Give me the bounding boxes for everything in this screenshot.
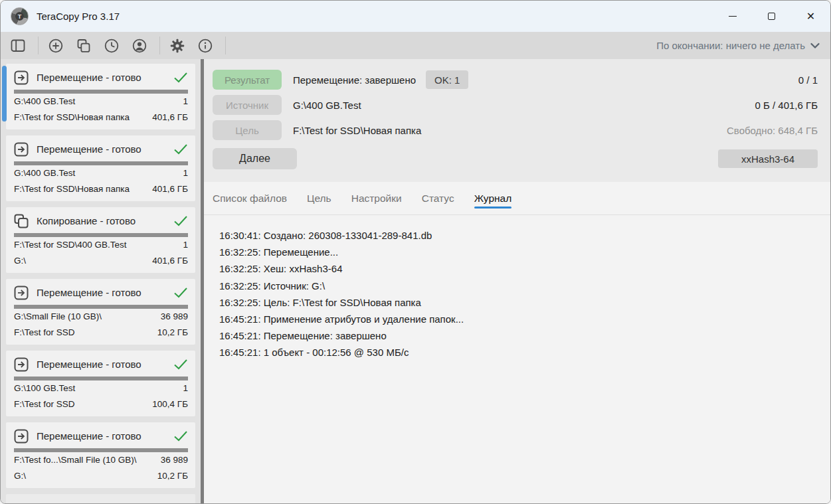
panel-toggle-icon bbox=[10, 38, 26, 54]
task-file-count: 36 989 bbox=[161, 309, 188, 325]
tab-journal[interactable]: Журнал bbox=[474, 182, 512, 214]
on-finish-dropdown[interactable]: По окончании: ничего не делать bbox=[656, 40, 820, 51]
task-source-path: G:\Small File (10 GB)\ bbox=[14, 309, 102, 325]
success-check-icon bbox=[173, 287, 188, 298]
close-icon: ✕ bbox=[806, 11, 815, 22]
window-title: TeraCopy Pro 3.17 bbox=[37, 11, 120, 22]
move-task-icon bbox=[14, 429, 29, 444]
task-source-path: G:\100 GB.Test bbox=[14, 380, 75, 396]
copy-task-button[interactable] bbox=[76, 38, 92, 54]
task-target-path: G:\ bbox=[14, 253, 26, 269]
success-check-icon bbox=[173, 215, 188, 226]
task-title: Копирование - готово bbox=[37, 215, 136, 226]
task-list: Перемещение - готово G:\400 GB.Test1 F:\… bbox=[1, 59, 201, 504]
settings-gear-icon bbox=[169, 38, 185, 54]
minimize-icon bbox=[729, 16, 737, 17]
task-card[interactable]: Перемещение - готово F:\Test fo...\Small… bbox=[6, 422, 195, 488]
task-title: Перемещение - готово bbox=[37, 143, 141, 155]
task-title: Перемещение - готово bbox=[37, 72, 141, 83]
account-icon bbox=[132, 38, 147, 54]
partial-task-card[interactable] bbox=[6, 494, 195, 504]
task-source-path: G:\400 GB.Test bbox=[14, 165, 75, 181]
source-button[interactable]: Источник bbox=[213, 95, 282, 115]
task-card[interactable]: Перемещение - готово G:\100 GB.Test1 F:\… bbox=[6, 351, 195, 416]
window-controls: ✕ bbox=[713, 1, 830, 32]
task-card[interactable]: Перемещение - готово G:\Small File (10 G… bbox=[6, 279, 195, 345]
task-size: 100,4 ГБ bbox=[152, 396, 188, 412]
task-size: 401,6 ГБ bbox=[152, 253, 188, 269]
on-finish-label: По окончании: ничего не делать bbox=[656, 40, 805, 51]
task-source-path: F:\Test for SSD\400 GB.Test bbox=[14, 237, 127, 253]
tab-bar: Список файлов Цель Настройки Статус Журн… bbox=[204, 182, 830, 215]
toolbar: По окончании: ничего не делать bbox=[1, 32, 830, 59]
tab-file-list[interactable]: Список файлов bbox=[213, 182, 287, 214]
selected-task-indicator bbox=[2, 66, 7, 122]
app-logo-icon: T bbox=[11, 7, 29, 25]
target-path: F:\Test for SSD\Новая папка bbox=[293, 125, 421, 136]
task-file-count: 1 bbox=[183, 165, 188, 181]
task-size: 10,2 ГБ bbox=[157, 325, 188, 341]
tab-status[interactable]: Статус bbox=[422, 182, 454, 214]
free-space: Свободно: 648,4 ГБ bbox=[727, 125, 818, 136]
next-button[interactable]: Далее bbox=[213, 148, 297, 169]
settings-button[interactable] bbox=[169, 38, 185, 54]
info-icon bbox=[197, 38, 213, 54]
log-line: 16:45:21: 1 объект - 00:12:56 @ 530 МБ/с bbox=[219, 344, 817, 361]
log-line: 16:32:25: Перемещение... bbox=[219, 244, 817, 260]
task-card[interactable]: Перемещение - готово G:\400 GB.Test1 F:\… bbox=[6, 64, 195, 129]
task-card[interactable]: Копирование - готово F:\Test for SSD\400… bbox=[6, 207, 195, 273]
tab-settings[interactable]: Настройки bbox=[351, 182, 402, 214]
task-target-path: G:\ bbox=[14, 468, 26, 484]
result-row: Результат Перемещение: завершено OK: 1 0… bbox=[213, 67, 818, 92]
account-button[interactable] bbox=[132, 38, 147, 54]
titlebar: T TeraCopy Pro 3.17 ✕ bbox=[1, 1, 830, 32]
task-target-path: F:\Test for SSD bbox=[14, 325, 75, 341]
result-button[interactable]: Результат bbox=[213, 70, 282, 90]
task-size: 401,6 ГБ bbox=[152, 110, 188, 126]
maximize-button[interactable] bbox=[752, 1, 791, 32]
task-summary: Результат Перемещение: завершено OK: 1 0… bbox=[204, 59, 830, 182]
success-check-icon bbox=[173, 430, 188, 442]
ok-count-badge[interactable]: OK: 1 bbox=[426, 70, 468, 89]
task-file-count: 1 bbox=[183, 380, 188, 396]
close-button[interactable]: ✕ bbox=[791, 1, 830, 32]
task-file-count: 1 bbox=[183, 94, 188, 110]
task-title: Перемещение - готово bbox=[37, 359, 141, 370]
add-task-icon bbox=[48, 38, 64, 54]
source-path: G:\400 GB.Test bbox=[293, 100, 361, 111]
hash-algorithm-button[interactable]: xxHash3-64 bbox=[718, 149, 818, 168]
task-size: 401,6 ГБ bbox=[152, 181, 188, 197]
success-check-icon bbox=[173, 143, 188, 155]
minimize-button[interactable] bbox=[713, 1, 752, 32]
journal-log: 16:30:41: Создано: 260308-133041-289-841… bbox=[204, 215, 830, 504]
toolbar-separator bbox=[225, 37, 226, 54]
history-clock-icon bbox=[104, 38, 120, 54]
copy-icon bbox=[76, 38, 92, 54]
teracopy-window: T TeraCopy Pro 3.17 ✕ bbox=[0, 0, 831, 504]
target-row: Цель F:\Test for SSD\Новая папка Свободн… bbox=[213, 118, 818, 143]
task-source-path: G:\400 GB.Test bbox=[14, 94, 75, 110]
log-line: 16:45:21: Перемещение: завершено bbox=[219, 327, 817, 344]
main-panel: Результат Перемещение: завершено OK: 1 0… bbox=[204, 59, 830, 504]
actions-row: Далее xxHash3-64 bbox=[213, 146, 818, 171]
copy-task-icon bbox=[14, 214, 29, 228]
toggle-panel-button[interactable] bbox=[10, 38, 26, 54]
target-button[interactable]: Цель bbox=[213, 120, 282, 140]
tab-target[interactable]: Цель bbox=[307, 182, 331, 214]
task-card[interactable]: Перемещение - готово G:\400 GB.Test1 F:\… bbox=[6, 135, 195, 201]
task-title: Перемещение - готово bbox=[37, 430, 141, 442]
info-button[interactable] bbox=[197, 38, 213, 54]
add-task-button[interactable] bbox=[48, 38, 64, 54]
log-line: 16:45:21: Применение атрибутов и удалени… bbox=[219, 311, 817, 327]
move-task-icon bbox=[14, 142, 29, 157]
log-line: 16:32:25: Цель: F:\Test for SSD\Новая па… bbox=[219, 294, 817, 311]
log-line: 16:32:25: Хеш: xxHash3-64 bbox=[219, 260, 817, 277]
chevron-down-icon bbox=[810, 42, 820, 49]
move-task-icon bbox=[14, 286, 29, 300]
history-button[interactable] bbox=[104, 38, 120, 54]
move-task-icon bbox=[14, 357, 29, 372]
source-row: Источник G:\400 GB.Test 0 Б / 401,6 ГБ bbox=[213, 92, 818, 118]
move-task-icon bbox=[14, 70, 29, 85]
task-file-count: 1 bbox=[183, 237, 188, 253]
success-check-icon bbox=[173, 359, 188, 370]
